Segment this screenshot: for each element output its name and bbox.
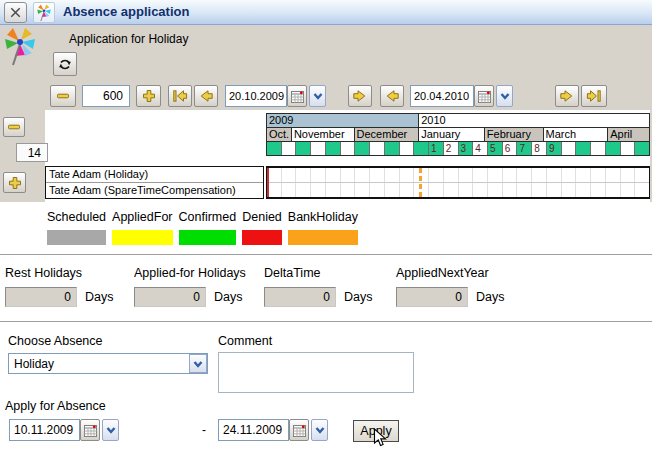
legend-item: Scheduled — [47, 210, 106, 245]
apply-for-absence-label: Apply for Absence — [5, 399, 106, 413]
absence-from-date-input[interactable]: 10.11.2009 — [9, 419, 80, 441]
summary-field: Applied-for HolidaysDays — [134, 266, 246, 307]
absence-application-window: Absence application Application for Holi… — [0, 0, 652, 457]
range-end-value: 20.04.2010 — [414, 90, 469, 102]
absence-form-section: Choose Absence Holiday Comment Apply for… — [0, 322, 652, 457]
arrow-left-icon — [384, 88, 400, 104]
add-row-button[interactable] — [3, 172, 26, 193]
week-cell: 9 — [547, 142, 562, 155]
legend-section: ScheduledAppliedForConfirmedDeniedBankHo… — [0, 202, 652, 255]
summary-value-input[interactable] — [264, 287, 336, 307]
legend-swatch — [179, 230, 237, 245]
summary-field-inner: Days — [5, 287, 113, 307]
range-end-calendar-button[interactable] — [474, 85, 494, 107]
legend-item: Confirmed — [179, 210, 237, 245]
step-back-end-button[interactable] — [380, 85, 404, 107]
summary-value-input[interactable] — [134, 287, 206, 307]
month-cell: April — [608, 128, 649, 141]
month-cell: November — [292, 128, 355, 141]
step-forward-button[interactable] — [348, 85, 372, 107]
week-cell — [341, 142, 356, 155]
year-cell: 2010 — [419, 114, 649, 127]
zoom-in-button[interactable] — [136, 85, 161, 107]
week-cell — [267, 142, 282, 155]
calendar-icon — [84, 424, 97, 437]
chevron-down-icon — [105, 424, 117, 436]
chevron-down-icon — [314, 424, 326, 436]
app-icon-tile — [33, 2, 55, 23]
week-cell — [385, 142, 400, 155]
absence-to-date-input[interactable]: 24.11.2009 — [218, 419, 289, 441]
timeline-year-row: 20092010 — [266, 113, 650, 128]
go-forward-button[interactable] — [555, 85, 579, 107]
week-cell — [414, 142, 429, 155]
week-cell: 8 — [532, 142, 547, 155]
grid-start-marker — [267, 168, 269, 197]
close-button[interactable] — [4, 2, 27, 23]
legend-item: AppliedFor — [112, 210, 172, 245]
summary-value-input[interactable] — [5, 287, 77, 307]
summary-field-label: DeltaTime — [264, 266, 372, 280]
page-title: Application for Holiday — [69, 32, 188, 46]
summary-field-inner: Days — [134, 287, 246, 307]
week-cell — [606, 142, 621, 155]
legend-swatch — [288, 230, 358, 245]
absence-from-calendar-button[interactable] — [80, 419, 100, 441]
month-cell: February — [485, 128, 544, 141]
row-height-decrease-button[interactable] — [3, 117, 25, 137]
schedule-grid[interactable] — [266, 166, 650, 199]
range-end-dropdown-button[interactable] — [496, 85, 513, 107]
week-cell — [282, 142, 297, 155]
week-cell — [562, 142, 577, 155]
zoom-value-input[interactable] — [82, 85, 130, 107]
absence-type-combobox[interactable]: Holiday — [8, 353, 208, 374]
week-cell: 2 — [444, 142, 459, 155]
range-start-input[interactable]: 20.10.2009 — [225, 85, 287, 107]
absence-to-calendar-button[interactable] — [289, 419, 309, 441]
go-last-button[interactable] — [581, 85, 607, 107]
week-cell — [370, 142, 385, 155]
summary-field-label: Rest Holidays — [5, 266, 113, 280]
legend-item: Denied — [242, 210, 282, 245]
week-cell — [296, 142, 311, 155]
legend-item: BankHoliday — [288, 210, 358, 245]
row-label-box: Tate Adam (Holiday)Tate Adam (SpareTimeC… — [45, 166, 264, 199]
summary-value-input[interactable] — [396, 287, 468, 307]
range-start-dropdown-button[interactable] — [309, 85, 326, 107]
week-cell — [355, 142, 370, 155]
week-cell — [400, 142, 415, 155]
summary-field-label: Applied-for Holidays — [134, 266, 246, 280]
summary-unit-label: Days — [85, 290, 113, 304]
title-bar: Absence application — [0, 0, 652, 25]
range-end-input[interactable]: 20.04.2010 — [410, 85, 474, 107]
go-first-button[interactable] — [168, 85, 192, 107]
range-start-calendar-button[interactable] — [287, 85, 307, 107]
month-cell: Oct. — [267, 128, 292, 141]
legend-label: Confirmed — [179, 210, 237, 224]
summary-field: DeltaTimeDays — [264, 266, 372, 307]
week-cell — [576, 142, 591, 155]
summary-field-label: AppliedNextYear — [396, 266, 504, 280]
absence-type-dropdown-button[interactable] — [189, 354, 207, 373]
apply-button[interactable]: Apply — [353, 420, 399, 442]
minus-icon — [55, 88, 71, 104]
absence-from-date-value: 10.11.2009 — [14, 423, 73, 437]
absence-type-value: Holiday — [9, 357, 189, 371]
top-panel: Application for Holiday — [0, 25, 652, 202]
row-height-input[interactable] — [16, 143, 48, 162]
summary-unit-label: Days — [214, 290, 242, 304]
month-cell: March — [544, 128, 609, 141]
grid-row-separator — [267, 182, 649, 183]
comment-textarea[interactable] — [218, 352, 414, 393]
week-cell — [635, 142, 649, 155]
step-back-button[interactable] — [194, 85, 218, 107]
legend-swatch — [47, 230, 106, 245]
row-label: Tate Adam (Holiday) — [46, 167, 263, 183]
today-marker — [419, 168, 422, 197]
absence-to-dropdown-button[interactable] — [311, 419, 328, 441]
absence-from-dropdown-button[interactable] — [102, 419, 119, 441]
week-cell — [621, 142, 636, 155]
zoom-out-button[interactable] — [50, 85, 76, 107]
refresh-button[interactable] — [53, 52, 77, 76]
window-title: Absence application — [63, 0, 189, 24]
